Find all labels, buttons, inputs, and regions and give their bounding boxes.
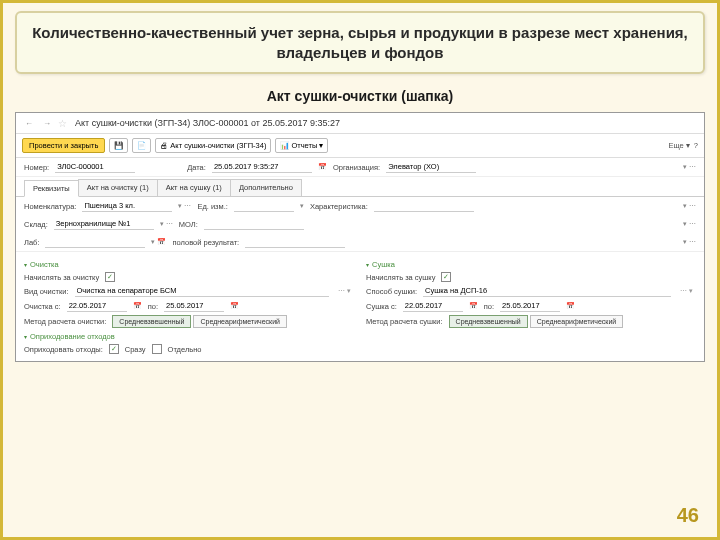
clean-from-label: Очистка с: bbox=[24, 302, 61, 311]
number-input[interactable] bbox=[55, 161, 135, 173]
clean-pass-checkbox[interactable]: ✓ bbox=[105, 272, 115, 282]
nomen-label: Номенклатура: bbox=[24, 202, 76, 211]
nomen-row: Номенклатура: ▾ ⋯ Ед. изм.: ▾ Характерис… bbox=[16, 197, 704, 215]
sklad-label: Склад: bbox=[24, 220, 48, 229]
help-button[interactable]: ? bbox=[694, 141, 698, 150]
dry-method-label: Метод расчета сушки: bbox=[366, 317, 443, 326]
tab-requisites[interactable]: Реквизиты bbox=[24, 180, 79, 197]
dry-type-input[interactable] bbox=[423, 285, 671, 297]
dry-type-dd-icon[interactable]: ⋯ ▾ bbox=[677, 287, 696, 295]
unit-dd-icon[interactable]: ▾ bbox=[300, 202, 304, 210]
reports-label: Отчеты bbox=[291, 141, 317, 150]
tab-clean-act[interactable]: Акт на очистку (1) bbox=[78, 179, 158, 196]
dry-title[interactable]: ▾Сушка bbox=[366, 260, 696, 269]
waste-opt2-label: Отдельно bbox=[168, 345, 202, 354]
tab-additional[interactable]: Дополнительно bbox=[230, 179, 302, 196]
waste-title[interactable]: ▾Оприходование отходов bbox=[24, 332, 354, 341]
save-close-button[interactable]: Провести и закрыть bbox=[22, 138, 105, 153]
half-dd-icon[interactable]: ▾ ⋯ bbox=[683, 238, 696, 246]
slide-subtitle: Акт сушки-очистки (шапка) bbox=[15, 88, 705, 104]
dry-pass-checkbox[interactable]: ✓ bbox=[441, 272, 451, 282]
dry-to-input[interactable] bbox=[500, 300, 560, 312]
clean-section: ▾Очистка Начислять за очистку ✓ Вид очис… bbox=[24, 256, 354, 357]
clean-to-cal-icon[interactable]: 📅 bbox=[230, 302, 239, 310]
char-label: Характеристика: bbox=[310, 202, 368, 211]
nav-back-icon[interactable]: ← bbox=[22, 116, 36, 130]
waste-opt1-label: Сразу bbox=[125, 345, 146, 354]
clean-method-weighted[interactable]: Средневзвешенный bbox=[112, 315, 191, 328]
clean-type-input[interactable] bbox=[75, 285, 330, 297]
mol-dd-icon[interactable]: ▾ ⋯ bbox=[683, 220, 696, 228]
slide-title-box: Количественно-качественный учет зерна, с… bbox=[15, 11, 705, 74]
clean-type-label: Вид очистки: bbox=[24, 287, 69, 296]
half-input[interactable] bbox=[245, 236, 345, 248]
org-select-icon[interactable]: ▾ ⋯ bbox=[683, 163, 696, 171]
date-picker-icon[interactable]: 📅 bbox=[318, 163, 327, 171]
mol-input[interactable] bbox=[204, 218, 304, 230]
chevron-down-icon: ▾ bbox=[366, 261, 369, 268]
char-input[interactable] bbox=[374, 200, 474, 212]
more-menu[interactable]: Еще ▾ bbox=[668, 141, 689, 150]
nomen-dd-icon[interactable]: ▾ ⋯ bbox=[178, 202, 191, 210]
dry-from-cal-icon[interactable]: 📅 bbox=[469, 302, 478, 310]
dry-type-label: Способ сушки: bbox=[366, 287, 417, 296]
app-window: ← → ☆ Акт сушки-очистки (ЗГП-34) ЗЛ0С-00… bbox=[15, 112, 705, 362]
date-label: Дата: bbox=[187, 163, 206, 172]
clean-method-arithmetic[interactable]: Среднеарифметический bbox=[193, 315, 287, 328]
slide-title: Количественно-качественный учет зерна, с… bbox=[31, 23, 689, 62]
chevron-down-icon: ▾ bbox=[24, 261, 27, 268]
nav-forward-icon[interactable]: → bbox=[40, 116, 54, 130]
clean-title[interactable]: ▾Очистка bbox=[24, 260, 354, 269]
lab-label: Лаб: bbox=[24, 238, 39, 247]
dry-to-cal-icon[interactable]: 📅 bbox=[566, 302, 575, 310]
dry-from-label: Сушка с: bbox=[366, 302, 397, 311]
half-label: половой результат: bbox=[172, 238, 239, 247]
waste-opt1-radio[interactable]: ✓ bbox=[109, 344, 119, 354]
clean-from-input[interactable] bbox=[67, 300, 127, 312]
unit-label: Ед. изм.: bbox=[197, 202, 228, 211]
clean-from-cal-icon[interactable]: 📅 bbox=[133, 302, 142, 310]
sklad-dd-icon[interactable]: ▾ ⋯ bbox=[160, 220, 173, 228]
tab-dry-act[interactable]: Акт на сушку (1) bbox=[157, 179, 231, 196]
waste-label: Оприходовать отходы: bbox=[24, 345, 103, 354]
chevron-down-icon: ▾ bbox=[24, 333, 27, 340]
tabs: Реквизиты Акт на очистку (1) Акт на сушк… bbox=[16, 177, 704, 197]
sklad-input[interactable] bbox=[54, 218, 154, 230]
clean-method-radio: Средневзвешенный Среднеарифметический bbox=[112, 315, 287, 328]
reports-button[interactable]: 📊 Отчеты ▾ bbox=[275, 138, 328, 153]
dry-to-label: по: bbox=[484, 302, 494, 311]
clean-to-input[interactable] bbox=[164, 300, 224, 312]
toolbar: Провести и закрыть 💾 📄 🖨 Акт сушки-очист… bbox=[16, 134, 704, 158]
print-act-label: Акт сушки-очистки (ЗГП-34) bbox=[170, 141, 266, 150]
lab-row: Лаб: ▾ 📅 половой результат: ▾ ⋯ bbox=[16, 233, 704, 252]
dry-method-weighted[interactable]: Средневзвешенный bbox=[449, 315, 528, 328]
unit-input[interactable] bbox=[234, 200, 294, 212]
clean-method-label: Метод расчета очистки: bbox=[24, 317, 106, 326]
sklad-row: Склад: ▾ ⋯ МОЛ: ▾ ⋯ bbox=[16, 215, 704, 233]
lab-dd-icon[interactable]: ▾ 📅 bbox=[151, 238, 166, 246]
post-button[interactable]: 📄 bbox=[132, 138, 151, 153]
page-number: 46 bbox=[677, 504, 699, 527]
window-title: Акт сушки-очистки (ЗГП-34) ЗЛ0С-000001 о… bbox=[75, 118, 340, 128]
org-input[interactable] bbox=[386, 161, 476, 173]
dry-pass-label: Начислять за сушку bbox=[366, 273, 435, 282]
dry-section: ▾Сушка Начислять за сушку ✓ Способ сушки… bbox=[366, 256, 696, 357]
favorite-star-icon[interactable]: ☆ bbox=[58, 118, 67, 129]
dry-from-input[interactable] bbox=[403, 300, 463, 312]
mol-label: МОЛ: bbox=[179, 220, 198, 229]
window-header: ← → ☆ Акт сушки-очистки (ЗГП-34) ЗЛ0С-00… bbox=[16, 113, 704, 134]
clean-type-dd-icon[interactable]: ⋯ ▾ bbox=[335, 287, 354, 295]
clean-to-label: по: bbox=[148, 302, 158, 311]
clean-pass-label: Начислять за очистку bbox=[24, 273, 99, 282]
header-row: Номер: Дата: 📅 Организация: ▾ ⋯ bbox=[16, 158, 704, 177]
org-label: Организация: bbox=[333, 163, 380, 172]
save-button[interactable]: 💾 bbox=[109, 138, 128, 153]
waste-opt2-radio[interactable] bbox=[152, 344, 162, 354]
print-act-button[interactable]: 🖨 Акт сушки-очистки (ЗГП-34) bbox=[155, 138, 271, 153]
char-dd-icon[interactable]: ▾ ⋯ bbox=[683, 202, 696, 210]
lab-input[interactable] bbox=[45, 236, 145, 248]
nomen-input[interactable] bbox=[82, 200, 172, 212]
dry-method-radio: Средневзвешенный Среднеарифметический bbox=[449, 315, 624, 328]
date-input[interactable] bbox=[212, 161, 312, 173]
dry-method-arithmetic[interactable]: Среднеарифметический bbox=[530, 315, 624, 328]
